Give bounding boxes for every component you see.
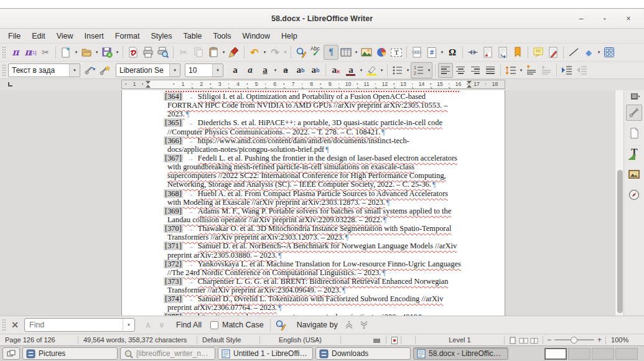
view-layout-buttons[interactable]: [505, 335, 543, 344]
find-all-button[interactable]: Find All: [172, 321, 205, 329]
reference-line[interactable]: preprint arXiv:2306.07764. – 2023.¶: [122, 303, 505, 312]
reference-line[interactable]: [364]→Sfiligoi I. et al. Optimization an…: [122, 92, 505, 101]
toolbar-grip[interactable]: [2, 64, 6, 77]
copy-icon[interactable]: [191, 45, 206, 60]
reference-text[interactable]: Charpentier L. G. G. et al. BRENT: Bidir…: [198, 277, 449, 286]
close-find-bar-icon[interactable]: ✕: [8, 320, 22, 330]
increase-paragraph-spacing-icon[interactable]: [524, 63, 539, 78]
undo-icon[interactable]: ↶: [247, 45, 262, 60]
font-size-combo[interactable]: 10 ▾: [185, 63, 223, 77]
reference-text[interactable]: Networking, Storage and Analysis (SC). –…: [167, 180, 431, 189]
titlebar[interactable]: 58.docx - LibreOffice Writer – ▫ ×: [0, 9, 644, 29]
reference-text[interactable]: 2023.: [167, 110, 185, 118]
match-case-label[interactable]: Match Case: [218, 321, 268, 329]
reference-line[interactable]: Transformers //arXiv preprint arXiv:2303…: [122, 233, 505, 241]
superscript-icon[interactable]: ab: [293, 63, 308, 78]
reference-line[interactable]: [368]→Huebl A. et al. From Compact Plasm…: [122, 189, 505, 198]
workspace-3[interactable]: [592, 348, 614, 360]
reference-line[interactable]: [373]→Charpentier L. G. G. et al. BRENT:…: [122, 277, 505, 286]
taskbar-item[interactable]: Pictures: [22, 347, 118, 360]
outline-level-status[interactable]: Level 1: [416, 336, 504, 344]
reference-number-field[interactable]: [364]: [164, 92, 183, 101]
reference-number-field[interactable]: [373]: [164, 277, 183, 286]
zoom-slider[interactable]: − +: [543, 335, 605, 344]
menu-item-help[interactable]: Help: [276, 30, 303, 42]
find-replace-icon[interactable]: [294, 45, 309, 60]
find-input-box[interactable]: ▾: [24, 318, 135, 332]
italic-icon[interactable]: a: [243, 63, 258, 78]
show-draw-functions-icon[interactable]: [602, 45, 617, 60]
track-changes-icon[interactable]: [546, 45, 561, 60]
reference-text[interactable]: Fedeli L. et al. Pushing the frontier in…: [198, 154, 457, 162]
insert-field-icon[interactable]: #: [424, 45, 439, 60]
insert-textbox-icon[interactable]: T: [389, 45, 404, 60]
zoom-handle[interactable]: [571, 337, 577, 344]
underline-dropdown[interactable]: ▾: [273, 63, 278, 78]
reference-text[interactable]: Sfiligoi I. et al. Optimization and Port…: [198, 92, 426, 101]
reference-number-field[interactable]: [375]: [164, 312, 183, 316]
cut-icon[interactable]: ✂: [176, 45, 191, 60]
sidebar-navigator-icon[interactable]: [626, 187, 642, 203]
navigate-previous-icon[interactable]: [342, 317, 357, 332]
reference-number-field[interactable]: [372]: [164, 260, 183, 268]
show-desktop-button[interactable]: [2, 347, 20, 360]
paragraph-style-combo[interactable]: Текст в зада ▾: [8, 63, 80, 77]
reference-number-field[interactable]: [371]: [164, 241, 183, 250]
language-status[interactable]: English (USA): [260, 336, 340, 344]
reference-text[interactable]: Samuel D., Øvrelid L. Tokenization with …: [198, 294, 444, 303]
insert-line-icon[interactable]: [566, 45, 581, 60]
texmaths-settings-icon[interactable]: ✂: [38, 45, 53, 60]
insert-footnote-icon[interactable]: [480, 45, 495, 60]
reference-line[interactable]: [374]→Samuel D., Øvrelid L. Tokenization…: [122, 294, 505, 303]
reference-text[interactable]: Transformer //arXiv preprint arXiv:2304.…: [167, 286, 341, 294]
vertical-scrollbar[interactable]: [615, 90, 623, 316]
highlight-color-dropdown[interactable]: ▾: [379, 63, 385, 78]
bullet-list-icon[interactable]: [390, 63, 405, 78]
font-size-dropdown[interactable]: ▾: [212, 64, 223, 77]
reference-line[interactable]: docs/application-notes/picongpu-solution…: [122, 145, 505, 154]
document-modified-icon[interactable]: [386, 335, 401, 344]
reference-line[interactable]: preprint arXiv:2305.03880. – 2023.¶: [122, 251, 505, 260]
menu-item-styles[interactable]: Styles: [145, 30, 177, 42]
find-previous-icon[interactable]: ∧: [141, 321, 155, 329]
tab-stop-selector-icon[interactable]: [8, 82, 12, 87]
bullet-list-dropdown[interactable]: ▾: [405, 63, 411, 78]
reference-number-field[interactable]: [374]: [164, 294, 183, 303]
decrease-paragraph-spacing-icon[interactable]: [539, 63, 554, 78]
reference-text[interactable]: https://www.amd.com/content/dam/amd/en/d…: [198, 136, 409, 145]
reference-text[interactable]: supercomputers //2022 SC22: Internationa…: [167, 171, 446, 180]
search-input[interactable]: [25, 321, 123, 329]
reference-line[interactable]: FORTRAN HPC Code from NVIDIA to AMD GPUs…: [122, 101, 505, 110]
reference-line[interactable]: [367]→Fedeli L. et al. Pushing the front…: [122, 154, 505, 162]
reference-number-field[interactable]: [369]: [164, 207, 183, 215]
page-number-status[interactable]: Page 126 of 126: [0, 336, 78, 344]
taskbar-item[interactable]: Downloads: [315, 347, 411, 360]
first-line-indent-marker[interactable]: [146, 81, 151, 84]
reference-line[interactable]: [375]→https://www.techpowerup.com/gpu-sp…: [122, 312, 505, 316]
word-count-status[interactable]: 49,564 words, 358,372 characters: [78, 336, 197, 344]
reference-text[interactable]: //Computer Physics Communications. – 202…: [167, 128, 380, 136]
insert-hyperlink-icon[interactable]: [465, 45, 480, 60]
reference-line[interactable]: [369]→Adams M. F., Wang P. Portable solv…: [122, 207, 505, 215]
reference-text[interactable]: Huebl A. et al. From Compact Plasma Part…: [198, 189, 448, 198]
zoom-percent-status[interactable]: 100%: [606, 336, 631, 344]
reference-line[interactable]: //The 24rd Nordic Conference on Computat…: [122, 268, 505, 277]
match-case-checkbox[interactable]: [210, 321, 218, 329]
insert-table-icon[interactable]: [338, 45, 353, 60]
new-document-dropdown[interactable]: ▾: [73, 45, 79, 60]
reference-text[interactable]: docs/application-notes/picongpu-solution…: [167, 145, 324, 154]
reference-text[interactable]: preprint arXiv:2305.03880. – 2023.: [167, 251, 277, 260]
sidebar-page-icon[interactable]: [626, 125, 642, 141]
reference-line[interactable]: with groundbreaking mesh-refined particl…: [122, 162, 505, 171]
justify-icon[interactable]: [483, 63, 498, 78]
new-style-icon[interactable]: [98, 63, 113, 78]
align-right-icon[interactable]: [468, 63, 483, 78]
reference-number-field[interactable]: [365]: [164, 118, 183, 127]
menu-item-tools[interactable]: Tools: [207, 30, 236, 42]
close-icon[interactable]: ×: [624, 14, 633, 23]
reference-number-field[interactable]: [368]: [164, 189, 183, 198]
reference-text[interactable]: Yankovskaya L. et al. Machine Translatio…: [198, 260, 461, 268]
zoom-out-icon[interactable]: −: [547, 335, 551, 344]
sidebar-styles-icon[interactable]: T: [626, 146, 642, 162]
menu-item-table[interactable]: Table: [177, 30, 207, 42]
